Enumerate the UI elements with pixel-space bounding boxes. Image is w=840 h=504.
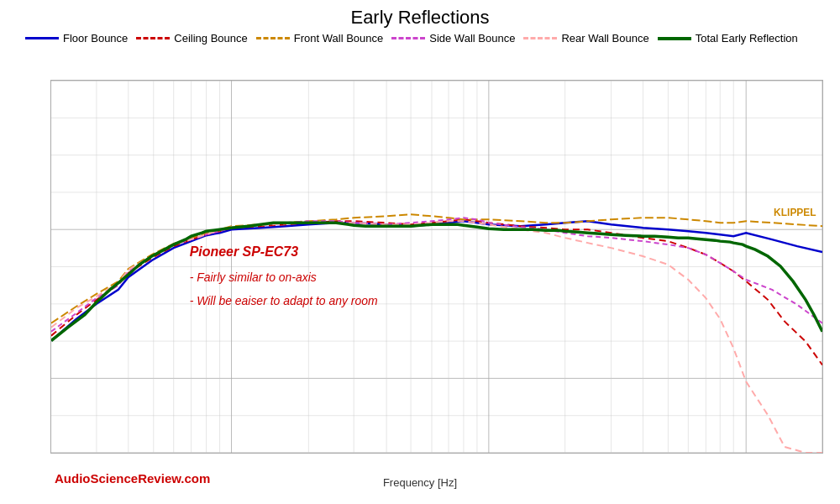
legend-item-total: Total Early Reflection <box>658 32 798 45</box>
watermark: AudioScienceReview.com <box>55 471 210 486</box>
legend-item-front: Front Wall Bounce <box>256 32 383 45</box>
legend: Floor Bounce Ceiling Bounce Front Wall B… <box>0 29 840 48</box>
legend-item-side: Side Wall Bounce <box>391 32 515 45</box>
total-early-reflection-line <box>51 223 822 340</box>
legend-item-rear: Rear Wall Bounce <box>523 32 648 45</box>
annotation-line1: - Fairly similar to on-axis <box>190 270 317 284</box>
legend-label-front: Front Wall Bounce <box>294 32 383 45</box>
legend-line-floor <box>25 37 59 39</box>
legend-label-rear: Rear Wall Bounce <box>561 32 648 45</box>
chart-svg: .grid { stroke: #cccccc; stroke-width: 0… <box>51 81 822 453</box>
annotation-line2: - Will be eaiser to adapt to any room <box>190 294 378 307</box>
legend-line-side <box>391 37 425 39</box>
side-wall-bounce-line <box>51 218 822 331</box>
chart-container: Early Reflections Floor Bounce Ceiling B… <box>0 0 840 504</box>
legend-label-floor: Floor Bounce <box>63 32 128 45</box>
klippel-label: KLIPPEL <box>774 207 816 218</box>
legend-line-front <box>256 37 290 39</box>
annotation-title: Pioneer SP-EC73 <box>190 244 299 259</box>
legend-label-total: Total Early Reflection <box>696 32 798 45</box>
ceiling-bounce-line <box>51 219 822 365</box>
legend-line-rear <box>523 37 557 39</box>
chart-title: Early Reflections <box>0 0 840 29</box>
x-axis-label: Frequency [Hz] <box>383 476 457 489</box>
front-wall-bounce-line <box>51 214 822 323</box>
legend-item-floor: Floor Bounce <box>25 32 128 45</box>
legend-label-ceiling: Ceiling Bounce <box>174 32 247 45</box>
legend-line-ceiling <box>136 37 170 39</box>
legend-item-ceiling: Ceiling Bounce <box>136 32 247 45</box>
legend-line-total <box>658 37 691 40</box>
legend-label-side: Side Wall Bounce <box>429 32 515 45</box>
chart-area: .grid { stroke: #cccccc; stroke-width: 0… <box>50 80 823 454</box>
